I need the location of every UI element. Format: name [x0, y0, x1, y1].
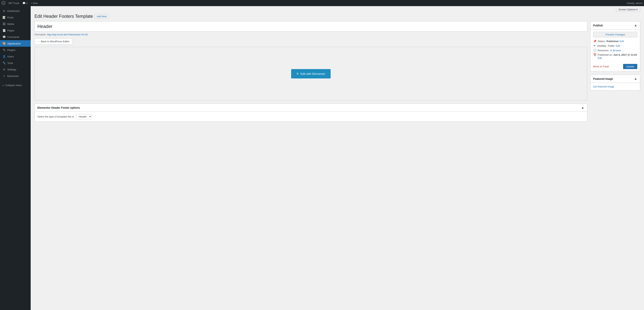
published-date-row: 📅 Published on: Jun 6, 2017 @ 11:01 Edit	[593, 53, 637, 59]
edit-with-elementor-label: Edit with Elementor	[300, 72, 325, 75]
published-on-label: Published on:	[598, 53, 613, 56]
sidebar-item-pages[interactable]: 📄 Pages	[0, 27, 31, 34]
publish-box-content: Preview Changes 📌 Status: Published Edit…	[590, 29, 640, 71]
template-type-label: Select the type of template this is	[38, 115, 74, 118]
elementor-options-title: Elementor Header Footer options	[38, 106, 80, 109]
admin-menu: ⊞ Dashboard 📝 Posts 🖼 Media 📄 Pages 💬 Co…	[0, 6, 31, 310]
add-new-button[interactable]: Add New	[94, 14, 109, 19]
publish-box-header: Publish ▲	[590, 21, 640, 29]
admin-bar: W WP Trunk 💬 0 + New Howdy, admin	[0, 0, 644, 6]
sidebar-item-settings[interactable]: ⚙ Settings	[0, 66, 31, 73]
elementor-options-toggle[interactable]: ▲	[581, 106, 584, 110]
sidebar-item-comments[interactable]: 💬 Comments	[0, 34, 31, 40]
adminbar-new[interactable]: + New	[31, 2, 38, 4]
publish-visibility-row: 👁 Visibility: Public Edit	[593, 44, 637, 47]
plugins-icon: 🔌	[2, 48, 6, 52]
screen-options-button[interactable]: Screen Options ▾	[616, 7, 640, 12]
sidebar-item-label: Comments	[7, 36, 19, 38]
edit-with-elementor-button[interactable]: ≡ Edit with Elementor	[291, 69, 330, 78]
collapse-menu-label: Collapse menu	[5, 84, 22, 87]
featured-image-title: Featured Image	[593, 77, 613, 80]
featured-image-box: Featured Image ▲ Set featured image	[590, 75, 640, 91]
page-title-row: Edit Header Footers Template Add New	[34, 14, 640, 19]
update-button[interactable]: Update	[623, 64, 637, 69]
revisions-value: 9	[610, 49, 612, 52]
comment-icon: 💬	[22, 2, 26, 4]
sidebar-item-elementor[interactable]: ≡ Elementor	[0, 73, 31, 79]
post-title-wrap	[34, 21, 587, 32]
media-icon: 🖼	[2, 22, 6, 26]
sidebar-item-dashboard[interactable]: ⊞ Dashboard	[0, 8, 31, 14]
back-to-wp-button[interactable]: ← Back to WordPress Editor	[34, 38, 73, 45]
featured-image-header: Featured Image ▲	[590, 75, 640, 83]
publish-box: Publish ▲ Preview Changes 📌 Status: Publ…	[590, 21, 640, 72]
calendar-icon: 📅	[593, 53, 596, 56]
revisions-browse-link[interactable]: Browse	[613, 49, 621, 52]
publish-box-title: Publish	[593, 24, 603, 27]
dashboard-icon: ⊞	[2, 9, 6, 13]
post-title-input[interactable]	[35, 21, 587, 31]
publish-status-value: Published	[606, 40, 618, 43]
post-body: Permalink: http://wp-trunk.dev/?elemento…	[34, 21, 640, 125]
published-on-value: Jun 6, 2017 @ 11:01	[613, 53, 637, 56]
set-featured-image-link[interactable]: Set featured image	[593, 85, 614, 88]
sidebar-item-label: Settings	[7, 68, 16, 71]
wp-logo-icon[interactable]: W	[2, 1, 5, 5]
comments-icon: 💬	[2, 35, 6, 39]
post-body-content: Permalink: http://wp-trunk.dev/?elemento…	[34, 21, 587, 125]
revisions-icon: 🕐	[593, 49, 596, 52]
permalink-link[interactable]: http://wp-trunk.dev/?elementor-hf=20	[47, 33, 88, 36]
appearance-icon: 🎨	[2, 42, 6, 45]
publish-box-toggle[interactable]: ▲	[634, 23, 637, 27]
sidebar-item-label: Dashboard	[7, 9, 20, 12]
adminbar-howdy: Howdy, admin	[627, 2, 642, 4]
visibility-value: Public	[608, 44, 614, 47]
settings-icon: ⚙	[2, 68, 6, 71]
elementor-editor-area: ≡ Edit with Elementor	[34, 47, 587, 100]
adminbar-site-name[interactable]: WP Trunk	[8, 2, 19, 4]
sidebar-item-users[interactable]: 👤 Users	[0, 53, 31, 60]
permalink-label: Permalink:	[34, 33, 46, 36]
users-icon: 👤	[2, 55, 6, 58]
elementor-options-content: Select the type of template this is Head…	[35, 112, 587, 122]
featured-image-content: Set featured image	[590, 83, 640, 90]
elementor-icon: ≡	[2, 74, 6, 78]
screen-options-wrap: Screen Options ▾	[34, 6, 640, 13]
sidebar-item-label: Pages	[7, 29, 14, 32]
move-to-trash-link[interactable]: Move to Trash	[593, 65, 609, 68]
elementor-options-box: Elementor Header Footer options ▲ Select…	[34, 104, 587, 122]
status-icon: 📌	[593, 40, 596, 43]
elementor-options-header: Elementor Header Footer options ▲	[35, 104, 587, 112]
posts-icon: 📝	[2, 16, 6, 19]
permalink-row: Permalink: http://wp-trunk.dev/?elemento…	[34, 33, 587, 36]
sidebar-item-tools[interactable]: 🔧 Tools	[0, 60, 31, 66]
published-on-edit-link[interactable]: Edit	[598, 57, 602, 59]
sidebar-item-label: Tools	[7, 62, 13, 64]
adminbar-comments[interactable]: 💬 0	[22, 2, 28, 4]
sidebar-item-media[interactable]: 🖼 Media	[0, 21, 31, 27]
visibility-label: Visibility:	[597, 44, 606, 47]
svg-text:W: W	[2, 2, 4, 4]
sidebar-item-plugins[interactable]: 🔌 Plugins	[0, 47, 31, 53]
collapse-menu[interactable]: « Collapse menu	[0, 82, 31, 88]
sidebar-item-label: Users	[7, 55, 14, 58]
sidebar-item-label: Media	[7, 22, 14, 25]
sidebar-item-posts[interactable]: 📝 Posts	[0, 14, 31, 21]
pages-icon: 📄	[2, 29, 6, 32]
collapse-icon: «	[2, 84, 4, 87]
featured-image-toggle[interactable]: ▲	[634, 77, 637, 81]
tools-icon: 🔧	[2, 61, 6, 65]
visibility-icon: 👁	[593, 44, 596, 47]
sidebar-item-label: Appearance	[7, 42, 21, 45]
publish-actions: Move to Trash Update	[593, 62, 637, 69]
publish-status-row: 📌 Status: Published Edit	[593, 40, 637, 43]
preview-changes-button[interactable]: Preview Changes	[593, 32, 637, 37]
sidebar-item-appearance[interactable]: 🎨 Appearance	[0, 40, 31, 47]
publish-status-edit-link[interactable]: Edit	[620, 40, 624, 43]
visibility-edit-link[interactable]: Edit	[616, 44, 620, 47]
sidebar-item-label: Posts	[7, 16, 14, 19]
template-type-select[interactable]: Header Footer Hook	[76, 114, 92, 119]
publish-revisions-row: 🕐 Revisions: 9 Browse	[593, 49, 637, 52]
revisions-label: Revisions:	[598, 49, 609, 52]
publish-status-label: Status:	[598, 40, 605, 43]
